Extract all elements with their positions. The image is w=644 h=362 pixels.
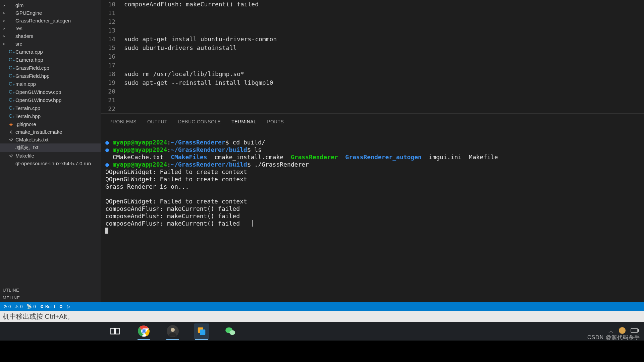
panel-tab-ports[interactable]: PORTS <box>266 117 284 128</box>
svg-point-5 <box>143 330 146 333</box>
explorer-item-shaders[interactable]: >shaders <box>0 32 101 40</box>
cpp-icon: C₊ <box>9 113 13 119</box>
explorer-item-label: res <box>15 25 22 31</box>
battery-icon[interactable] <box>631 328 639 335</box>
explorer-item-J-txt[interactable]: J解决。txt <box>0 143 101 152</box>
explorer-item-glm[interactable]: >glm <box>0 1 101 9</box>
cpp-icon: C₊ <box>9 97 13 103</box>
vm-hint-text: 机中移出或按 Ctrl+Alt。 <box>3 312 74 321</box>
explorer-item-CMakeLists-txt[interactable]: ⛭CMakeLists.txt <box>0 136 101 143</box>
outline-section[interactable]: UTLINE <box>0 286 101 294</box>
host-taskbar[interactable]: ︿ <box>0 322 644 341</box>
explorer-item-label: GrassField.cpp <box>15 65 49 71</box>
code-editor[interactable]: 10111213141516171819202122 composeAndFlu… <box>101 0 644 113</box>
line-number: 20 <box>101 87 115 96</box>
chevron-icon: > <box>3 19 7 23</box>
explorer-item-Terrain-hpp[interactable]: C₊Terrain.hpp <box>0 112 101 120</box>
explorer-item-label: Makefile <box>15 153 34 159</box>
code-line[interactable]: sudo apt-get install ubuntu-drivers-comm… <box>124 35 277 44</box>
code-line[interactable] <box>124 52 277 61</box>
watermark: CSDN @源代码杀手 <box>587 334 640 341</box>
code-line[interactable]: composeAndFlush: makeCurrent() failed <box>124 0 277 9</box>
panel-tab-debug-console[interactable]: DEBUG CONSOLE <box>177 117 221 128</box>
explorer-item-OpenGLWindow-hpp[interactable]: C₊OpenGLWindow.hpp <box>0 96 101 104</box>
svg-point-11 <box>229 330 235 335</box>
explorer-item-GrassField-hpp[interactable]: C₊GrassField.hpp <box>0 72 101 80</box>
file-explorer[interactable]: >glm>GPUEngine>GrassRenderer_autogen>res… <box>0 0 101 302</box>
explorer-item--gitignore[interactable]: ◈.gitignore <box>0 120 101 128</box>
code-line[interactable] <box>124 61 277 70</box>
explorer-item-label: CMakeLists.txt <box>15 137 48 142</box>
code-line[interactable] <box>124 105 277 113</box>
status-build[interactable]: ⚙ Build <box>40 304 55 309</box>
chevron-icon: > <box>3 3 7 7</box>
explorer-item-qt-opensource-linux-x64-5-7-0-run[interactable]: qt-opensource-linux-x64-5.7.0.run <box>0 160 101 167</box>
code-content[interactable]: composeAndFlush: makeCurrent() failed su… <box>124 0 277 113</box>
cpp-icon: C₊ <box>9 49 13 55</box>
svg-rect-14 <box>638 329 639 331</box>
explorer-item-label: GrassField.hpp <box>15 73 50 79</box>
chevron-icon: > <box>3 26 7 31</box>
explorer-item-label: GPUEngine <box>15 10 42 16</box>
status-bar[interactable]: ⊘ 0 ⚠ 0 📡 0 ⚙ Build ⚙ ▷ <box>0 302 644 311</box>
avatar-icon[interactable] <box>165 323 180 339</box>
svg-rect-1 <box>115 328 119 334</box>
explorer-item-label: qt-opensource-linux-x64-5.7.0.run <box>15 161 91 166</box>
code-line[interactable] <box>124 87 277 96</box>
panel-tab-problems[interactable]: PROBLEMS <box>109 117 137 128</box>
cpp-icon: C₊ <box>9 57 13 63</box>
status-warnings[interactable]: ⚠ 0 <box>15 304 22 309</box>
line-number: 14 <box>101 35 115 44</box>
terminal-panel[interactable]: ● myapp@myapp2024:~/GrassRenderer$ cd bu… <box>101 128 644 302</box>
line-number: 15 <box>101 44 115 52</box>
explorer-item-Terrain-cpp[interactable]: C₊Terrain.cpp <box>0 104 101 112</box>
timeline-section[interactable]: MELINE <box>0 294 101 302</box>
gear-icon[interactable]: ⚙ <box>59 304 63 309</box>
run-icon[interactable]: ▷ <box>67 304 70 309</box>
explorer-item-main-cpp[interactable]: C₊main.cpp <box>0 80 101 88</box>
code-line[interactable]: sudo ubuntu-drivers autoinstall <box>124 44 277 52</box>
explorer-item-label: J解决。txt <box>15 144 38 151</box>
chevron-icon: > <box>3 42 7 46</box>
code-line[interactable] <box>124 9 277 17</box>
explorer-item-Camera-hpp[interactable]: C₊Camera.hpp <box>0 56 101 64</box>
explorer-item-GrassRenderer_autogen[interactable]: >GrassRenderer_autogen <box>0 17 101 24</box>
chevron-up-icon[interactable]: ︿ <box>608 328 614 335</box>
explorer-item-OpenGLWindow-cpp[interactable]: C₊OpenGLWindow.cpp <box>0 88 101 96</box>
cpp-icon: C₊ <box>9 81 13 87</box>
explorer-item-label: main.cpp <box>15 81 36 87</box>
cpp-icon: C₊ <box>9 65 13 71</box>
status-errors[interactable]: ⊘ 0 <box>3 304 11 309</box>
code-line[interactable]: sudo apt-get --reinstall install libgmp1… <box>124 78 277 87</box>
code-line[interactable] <box>124 26 277 35</box>
explorer-item-label: GrassRenderer_autogen <box>15 18 71 23</box>
svg-rect-9 <box>200 329 205 335</box>
explorer-item-Camera-cpp[interactable]: C₊Camera.cpp <box>0 48 101 56</box>
task-view-icon[interactable] <box>107 323 123 339</box>
explorer-item-label: OpenGLWindow.cpp <box>15 89 61 95</box>
explorer-item-label: Camera.cpp <box>15 49 43 55</box>
explorer-collapsed-sections: UTLINE MELINE <box>0 286 101 302</box>
explorer-item-label: Terrain.hpp <box>15 113 41 119</box>
explorer-item-label: src <box>15 41 22 47</box>
chrome-icon[interactable] <box>136 323 152 339</box>
explorer-item-label: Camera.hpp <box>15 57 43 63</box>
cpp-icon: C₊ <box>9 73 13 79</box>
explorer-item-Makefile[interactable]: ⛭Makefile <box>0 152 101 160</box>
panel-tab-terminal[interactable]: TERMINAL <box>231 117 257 128</box>
code-line[interactable] <box>124 17 277 26</box>
line-number: 11 <box>101 9 115 17</box>
panel-tab-output[interactable]: OUTPUT <box>147 117 168 128</box>
status-broadcast[interactable]: 📡 0 <box>26 304 36 309</box>
explorer-item-cmake_install-cmake[interactable]: ⛭cmake_install.cmake <box>0 128 101 136</box>
line-number-gutter: 10111213141516171819202122 <box>101 0 124 113</box>
vmware-icon[interactable] <box>194 323 209 339</box>
code-line[interactable] <box>124 96 277 105</box>
cpp-icon: C₊ <box>9 89 13 95</box>
explorer-item-GPUEngine[interactable]: >GPUEngine <box>0 9 101 17</box>
wechat-icon[interactable] <box>223 323 238 339</box>
code-line[interactable]: sudo rm /usr/local/lib/libgmp.so* <box>124 70 277 78</box>
explorer-item-res[interactable]: >res <box>0 24 101 32</box>
explorer-item-GrassField-cpp[interactable]: C₊GrassField.cpp <box>0 64 101 72</box>
explorer-item-src[interactable]: >src <box>0 40 101 48</box>
